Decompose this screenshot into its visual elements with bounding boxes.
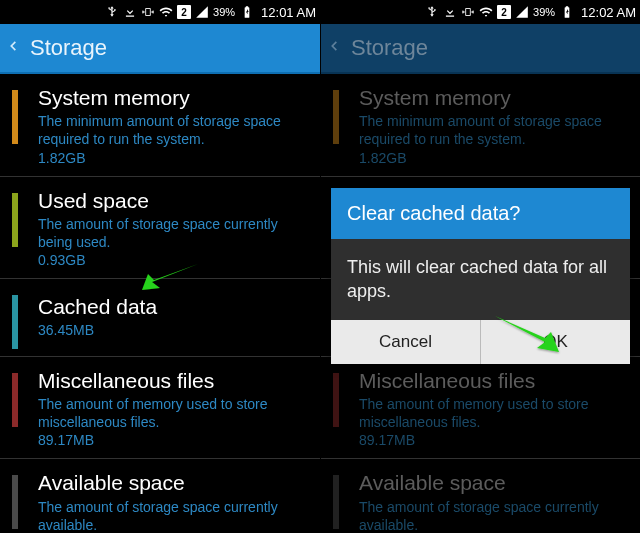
item-desc: The minimum amount of storage space requ…	[359, 112, 628, 148]
phone-left: 2 39% 12:01 AM Storage System memory The…	[0, 0, 320, 533]
item-title: Available space	[359, 469, 628, 496]
storage-list: System memory The minimum amount of stor…	[0, 74, 320, 533]
status-bar: 2 39% 12:01 AM	[0, 0, 320, 24]
item-title: System memory	[38, 84, 308, 111]
item-system-memory: System memory The minimum amount of stor…	[321, 74, 640, 177]
item-value: 1.82GB	[359, 150, 628, 166]
item-value: 89.17MB	[38, 432, 308, 448]
sim-2-icon: 2	[497, 5, 511, 19]
cancel-button[interactable]: Cancel	[331, 320, 480, 364]
phone-right: 2 39% 12:02 AM Storage System memory The…	[320, 0, 640, 533]
status-bar: 2 39% 12:02 AM	[321, 0, 640, 24]
battery-charging-icon	[240, 5, 254, 19]
item-system-memory[interactable]: System memory The minimum amount of stor…	[0, 74, 320, 177]
swatch	[12, 373, 18, 427]
usb-icon	[425, 5, 439, 19]
signal-icon	[515, 5, 529, 19]
wifi-icon	[159, 5, 173, 19]
dialog-body: This will clear cached data for all apps…	[331, 239, 630, 320]
item-title: System memory	[359, 84, 628, 111]
item-desc: The amount of memory used to store misce…	[359, 395, 628, 431]
item-desc: The minimum amount of storage space requ…	[38, 112, 308, 148]
page-title: Storage	[351, 35, 428, 61]
item-available-space: Available space The amount of storage sp…	[321, 459, 640, 533]
header: Storage	[321, 24, 640, 74]
item-title: Miscellaneous files	[359, 367, 628, 394]
ok-button[interactable]: OK	[480, 320, 630, 364]
swatch	[12, 90, 18, 144]
item-title: Cached data	[38, 293, 308, 320]
item-used-space[interactable]: Used space The amount of storage space c…	[0, 177, 320, 280]
vibrate-icon	[461, 5, 475, 19]
vibrate-icon	[141, 5, 155, 19]
item-title: Used space	[38, 187, 308, 214]
download-icon	[443, 5, 457, 19]
header: Storage	[0, 24, 320, 74]
item-value: 89.17MB	[359, 432, 628, 448]
swatch	[12, 475, 18, 529]
item-value: 36.45MB	[38, 322, 308, 338]
page-title: Storage	[30, 35, 107, 61]
item-desc: The amount of storage space currently be…	[38, 215, 308, 251]
battery-charging-icon	[560, 5, 574, 19]
item-title: Miscellaneous files	[38, 367, 308, 394]
usb-icon	[105, 5, 119, 19]
item-value: 1.82GB	[38, 150, 308, 166]
dialog-buttons: Cancel OK	[331, 320, 630, 364]
item-available-space[interactable]: Available space The amount of storage sp…	[0, 459, 320, 533]
item-desc: The amount of storage space currently av…	[359, 498, 628, 533]
battery-percent: 39%	[533, 6, 555, 18]
battery-percent: 39%	[213, 6, 235, 18]
back-button[interactable]	[6, 35, 20, 61]
back-button[interactable]	[327, 35, 341, 61]
signal-icon	[195, 5, 209, 19]
sim-2-icon: 2	[177, 5, 191, 19]
swatch	[12, 295, 18, 349]
clear-cache-dialog: Clear cached data? This will clear cache…	[331, 188, 630, 364]
swatch	[333, 475, 339, 529]
item-title: Available space	[38, 469, 308, 496]
item-desc: The amount of storage space currently av…	[38, 498, 308, 533]
clock: 12:01 AM	[261, 5, 316, 20]
dialog-title: Clear cached data?	[331, 188, 630, 239]
item-desc: The amount of memory used to store misce…	[38, 395, 308, 431]
swatch	[333, 90, 339, 144]
item-value: 0.93GB	[38, 252, 308, 268]
swatch	[333, 373, 339, 427]
wifi-icon	[479, 5, 493, 19]
download-icon	[123, 5, 137, 19]
item-cached-data[interactable]: Cached data 36.45MB	[0, 279, 320, 356]
item-misc-files: Miscellaneous files The amount of memory…	[321, 357, 640, 460]
item-misc-files[interactable]: Miscellaneous files The amount of memory…	[0, 357, 320, 460]
swatch	[12, 193, 18, 247]
clock: 12:02 AM	[581, 5, 636, 20]
